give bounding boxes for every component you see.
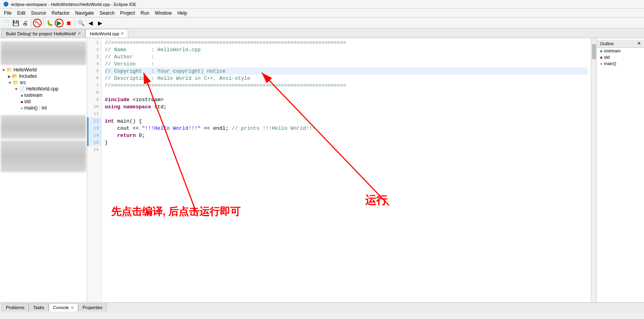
vertical-scrollbar[interactable] [591,38,596,302]
code-line-14: return 0; [105,132,588,139]
ln-3: 3 [87,53,101,60]
ln-9: 9 [87,96,101,103]
ln-13: 13 [87,125,101,132]
code-line-9: #include <iostream> [105,96,588,103]
menu-item-source[interactable]: Source [29,10,48,17]
editor-area[interactable]: 1 2 3 4 5 6 7 8 9 10 11 12 13 14 15 16 /… [87,38,596,302]
outline-item-iostream[interactable]: ■ iostream [597,48,644,54]
iostream-outline-icon: ■ [600,49,602,53]
problems-label: Problems [6,305,24,310]
build-tab-close[interactable]: ✕ [78,31,81,36]
code-lines[interactable]: //======================================… [102,38,591,302]
sidebar-item-iostream[interactable]: ■ iostream [0,92,87,98]
std-outline-label: std [604,55,610,60]
ln-4: 4 [87,60,101,67]
save-button[interactable]: 💾 [11,19,20,27]
console-label: Console [53,305,69,310]
code-line-11 [105,110,588,117]
code-container: 1 2 3 4 5 6 7 8 9 10 11 12 13 14 15 16 /… [87,38,596,302]
bottom-bar: Problems Tasks Console ✕ Properties [0,302,644,312]
main-label: main() : int [24,105,47,111]
code-line-13: cout << "!!!Hello World!!!" << endl; // … [105,125,588,132]
project-icon: 📁 [6,67,12,73]
bottom-tab-console[interactable]: Console ✕ [49,304,78,311]
menu-item-navigate[interactable]: Navigate [73,10,96,17]
window-title: eclipse-workspace - HelloWorld/src/Hello… [11,2,136,7]
bottom-tab-properties[interactable]: Properties [78,304,107,311]
debug-button[interactable]: 🐛 [45,19,54,27]
bottom-tab-problems[interactable]: Problems [2,304,29,311]
sidebar-item-helloworld[interactable]: ▼ 📁 HelloWorld [0,67,87,73]
outline-close[interactable]: ✕ [637,41,641,46]
code-line-10: using namespace std; [105,103,588,110]
menu-item-project[interactable]: Project [118,10,137,17]
menu-item-search[interactable]: Search [97,10,117,17]
cpp-icon: 📄 [19,86,25,92]
ln-14: 14 [87,132,101,139]
sidebar-item-includes[interactable]: ▶ 📂 Includes [0,73,87,79]
compile-button[interactable]: 🔨 [33,19,42,27]
std-label: std [24,99,31,104]
menu-item-file[interactable]: File [2,10,14,17]
includes-icon: 📂 [12,73,18,79]
separator-2 [43,19,44,27]
build-tab[interactable]: Build 'Debug' for project 'HelloWorld' ✕ [2,29,85,38]
editor-tab-label: HelloWorld.cpp [90,31,119,36]
menu-item-window[interactable]: Window [152,10,174,17]
editor-tab[interactable]: HelloWorld.cpp ✕ [85,29,128,38]
expand-arrow: ▼ [2,68,6,72]
sidebar-item-main[interactable]: ● main() : int [0,105,87,111]
iostream-outline-label: iostream [604,48,621,53]
code-line-8 [105,89,588,96]
code-line-3: // Author : [105,53,588,60]
code-line-2: // Name : HelloWorld.cpp [105,46,588,53]
outline-item-main[interactable]: ● main() [597,60,644,67]
editor-tab-close[interactable]: ✕ [121,31,124,36]
console-close[interactable]: ✕ [71,306,74,310]
sidebar-item-helloworld-cpp[interactable]: ▼ 📄 HelloWorld.cpp [0,86,87,92]
code-line-6: // Description : Hello World in C++, Ans… [105,75,588,82]
iostream-icon: ■ [21,93,23,98]
ln-11: 11 [87,110,101,117]
menu-bar: FileEditSourceRefactorNavigateSearchProj… [0,9,644,17]
src-arrow: ▼ [8,81,12,85]
menu-item-refactor[interactable]: Refactor [49,10,72,17]
menu-item-help[interactable]: Help [175,10,190,17]
bottom-tab-tasks[interactable]: Tasks [29,304,48,311]
project-label: HelloWorld [13,67,37,73]
std-outline-icon: ■ [600,55,602,60]
ln-8: 8 [87,89,101,96]
scroll-thumb[interactable] [592,44,596,60]
ln-1: 1 [87,39,101,46]
sidebar-item-src[interactable]: ▼ 📁 src [0,79,87,86]
ln-5: 5 [87,67,101,75]
search-button[interactable]: 🔍 [77,19,85,27]
main-outline-label: main() [604,61,616,66]
sidebar-item-std[interactable]: ■ std [0,98,87,105]
new-button[interactable]: 📄 [2,19,10,27]
stop-button[interactable]: ⏹ [64,19,73,27]
menu-item-edit[interactable]: Edit [15,10,28,17]
title-bar: 🔵 eclipse-workspace - HelloWorld/src/Hel… [0,0,644,9]
main-icon: ● [21,106,23,110]
separator-1 [31,19,31,27]
eclipse-icon: 🔵 [3,2,9,7]
build-tab-label: Build 'Debug' for project 'HelloWorld' [6,31,76,36]
line-numbers: 1 2 3 4 5 6 7 8 9 10 11 12 13 14 15 16 [87,38,102,302]
code-line-12: int main() { [105,117,588,125]
main-layout: ▼ 📁 HelloWorld ▶ 📂 Includes ▼ 📁 src ▼ 📄 … [0,38,644,302]
properties-label: Properties [83,305,102,310]
tab-bar: Build 'Debug' for project 'HelloWorld' ✕… [0,29,644,38]
iostream-label: iostream [24,92,42,98]
print-button[interactable]: 🖨 [21,19,29,27]
ln-15: 15 [87,139,101,146]
run-button[interactable]: ▶ [55,19,63,27]
ln-12: 12 [87,117,101,125]
menu-item-run[interactable]: Run [138,10,152,17]
forward-button[interactable]: ▶ [96,19,104,27]
src-icon: 📁 [13,80,19,85]
back-button[interactable]: ◀ [86,19,95,27]
code-line-4: // Version : [105,60,588,67]
outline-item-std[interactable]: ■ std [597,54,644,60]
includes-arrow: ▶ [8,74,11,79]
